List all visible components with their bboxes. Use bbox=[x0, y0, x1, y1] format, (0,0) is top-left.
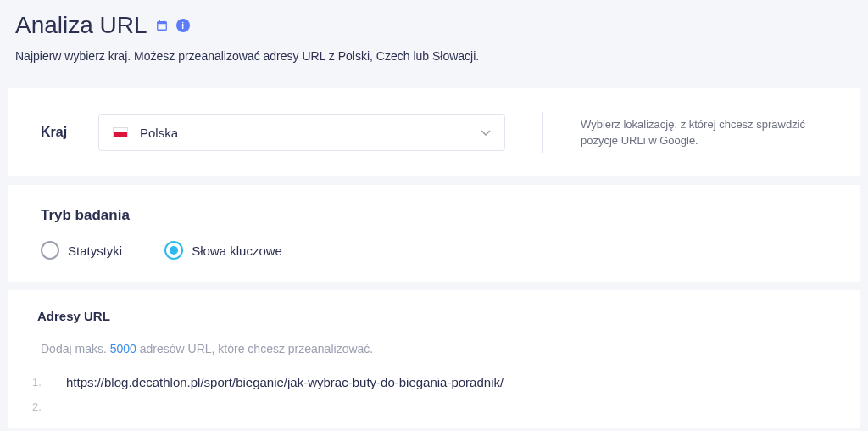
page-subtitle: Najpierw wybierz kraj. Możesz przeanaliz… bbox=[15, 49, 853, 63]
urls-hint-max: 5000 bbox=[110, 342, 136, 355]
radio-option-statistics[interactable]: Statystyki bbox=[41, 241, 122, 260]
country-label: Kraj bbox=[41, 125, 75, 140]
urls-card: Adresy URL Dodaj maks. 5000 adresów URL,… bbox=[8, 290, 860, 428]
urls-title: Adresy URL bbox=[37, 309, 836, 323]
research-mode-radio-group: Statystyki Słowa kluczowe bbox=[41, 241, 827, 260]
urls-hint-suffix: adresów URL, które chcesz przeanalizować… bbox=[136, 342, 373, 355]
country-help-text: Wybierz lokalizację, z której chcesz spr… bbox=[581, 116, 818, 149]
urls-hint: Dodaj maks. 5000 adresów URL, które chce… bbox=[41, 342, 836, 355]
vertical-divider bbox=[542, 112, 543, 153]
calendar-icon[interactable] bbox=[156, 20, 168, 31]
country-selected-value: Polska bbox=[140, 126, 178, 140]
radio-icon-selected bbox=[164, 241, 183, 260]
url-item: 1. https://blog.decathlon.pl/sport/biega… bbox=[32, 371, 836, 394]
url-number: 2. bbox=[32, 400, 46, 413]
urls-hint-prefix: Dodaj maks. bbox=[41, 342, 110, 355]
country-select[interactable]: Polska bbox=[98, 114, 505, 151]
research-mode-title: Tryb badania bbox=[41, 207, 827, 224]
svg-rect-1 bbox=[157, 22, 166, 25]
radio-dot-icon bbox=[170, 246, 178, 255]
url-input[interactable] bbox=[66, 398, 836, 416]
research-mode-card: Tryb badania Statystyki Słowa kluczowe bbox=[8, 185, 860, 282]
flag-poland-icon bbox=[113, 127, 128, 137]
country-card: Kraj Polska Wybierz lokalizację, z które… bbox=[8, 88, 860, 176]
radio-label: Słowa kluczowe bbox=[192, 243, 282, 258]
radio-icon bbox=[41, 241, 59, 260]
url-number: 1. bbox=[32, 376, 46, 389]
url-value[interactable]: https://blog.decathlon.pl/sport/bieganie… bbox=[66, 375, 504, 389]
title-row: Analiza URL i bbox=[15, 12, 853, 39]
url-item: 2. bbox=[32, 394, 836, 420]
radio-label: Statystyki bbox=[68, 243, 122, 258]
page-title: Analiza URL bbox=[15, 12, 147, 39]
country-row: Kraj Polska Wybierz lokalizację, z które… bbox=[41, 112, 827, 153]
chevron-down-icon bbox=[481, 125, 491, 140]
radio-option-keywords[interactable]: Słowa kluczowe bbox=[164, 241, 282, 260]
info-icon[interactable]: i bbox=[176, 19, 190, 32]
page-header: Analiza URL i Najpierw wybierz kraj. Moż… bbox=[0, 0, 868, 71]
url-list: 1. https://blog.decathlon.pl/sport/biega… bbox=[32, 371, 836, 420]
